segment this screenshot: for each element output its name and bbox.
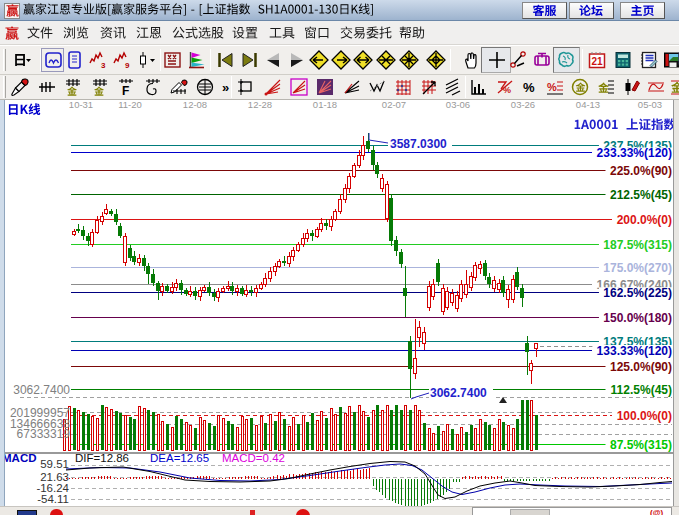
svg-text:21: 21 <box>592 56 604 67</box>
svg-text:3062.7400: 3062.7400 <box>430 386 487 400</box>
svg-text:175.0%(270): 175.0%(270) <box>603 261 672 275</box>
svg-text:3587.0300: 3587.0300 <box>390 137 447 151</box>
svg-text:%: % <box>503 85 511 95</box>
svg-text:9: 9 <box>125 61 130 70</box>
svg-text:»: » <box>222 80 229 95</box>
svg-text:03-06: 03-06 <box>446 100 470 110</box>
svg-text:225.0%(90): 225.0%(90) <box>610 164 672 178</box>
svg-text:12-08: 12-08 <box>183 100 207 110</box>
svg-text:11-20: 11-20 <box>118 100 142 110</box>
svg-text:03-26: 03-26 <box>511 100 535 110</box>
svg-text:05-03: 05-03 <box>638 100 662 110</box>
svg-text:233.33%(120): 233.33%(120) <box>597 146 672 160</box>
svg-text:150.0%(180): 150.0%(180) <box>603 311 672 325</box>
svg-text:59.51: 59.51 <box>40 458 69 470</box>
svg-text:112.5%(45): 112.5%(45) <box>611 383 672 397</box>
svg-text:%: % <box>523 80 535 95</box>
svg-text:125.0%(90): 125.0%(90) <box>610 360 672 374</box>
svg-text:212.5%(45): 212.5%(45) <box>610 188 672 202</box>
svg-text:200.0%(0): 200.0%(0) <box>617 213 672 227</box>
svg-text:67333319: 67333319 <box>17 427 71 441</box>
svg-text:-54.11: -54.11 <box>37 493 69 505</box>
svg-text:10-31: 10-31 <box>69 100 93 110</box>
svg-text:02-07: 02-07 <box>382 100 406 110</box>
svg-text:F: F <box>122 84 129 97</box>
svg-text:100.0%(0): 100.0%(0) <box>617 409 672 423</box>
svg-text:133.33%(120): 133.33%(120) <box>597 344 672 358</box>
svg-text:01-18: 01-18 <box>313 100 337 110</box>
svg-text:187.5%(315): 187.5%(315) <box>603 238 672 252</box>
svg-text:3: 3 <box>101 61 106 70</box>
svg-text:04-13: 04-13 <box>576 100 600 110</box>
svg-text:12-28: 12-28 <box>248 100 272 110</box>
svg-text:87.5%(315): 87.5%(315) <box>610 438 672 452</box>
svg-text:DEA=12.65: DEA=12.65 <box>150 452 209 464</box>
svg-text:3062.7400: 3062.7400 <box>13 383 70 397</box>
svg-text:%: % <box>547 81 557 93</box>
svg-text:DIF=12.86: DIF=12.86 <box>75 452 129 464</box>
svg-text:MACD: MACD <box>2 452 37 464</box>
svg-text:162.5%(225): 162.5%(225) <box>603 286 672 300</box>
svg-text:MACD=0.42: MACD=0.42 <box>222 452 285 464</box>
